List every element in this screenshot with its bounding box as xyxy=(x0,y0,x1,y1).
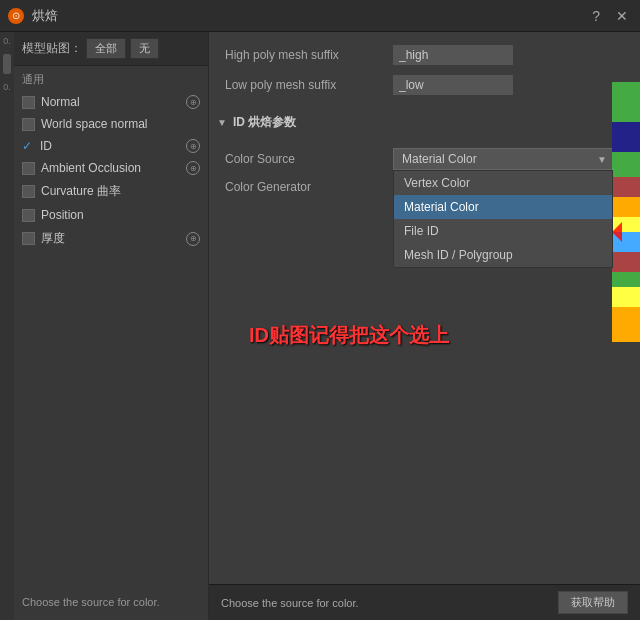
sidebar-item-id[interactable]: ✓ ID ⊕ xyxy=(14,135,208,157)
position-label: Position xyxy=(41,208,200,222)
color-source-row: Color Source Material Color ▼ Vertex Col… xyxy=(225,143,624,175)
sidebar-header: 模型贴图： 全部 无 xyxy=(14,32,208,66)
section-general-label: 通用 xyxy=(14,66,208,91)
window-controls: ? ✕ xyxy=(588,8,632,24)
help-window-button[interactable]: ? xyxy=(588,8,604,24)
high-poly-row: High poly mesh suffix xyxy=(225,40,624,70)
select-none-button[interactable]: 无 xyxy=(130,38,159,59)
scroll-number-1: 0. xyxy=(3,32,11,50)
position-checkbox[interactable] xyxy=(22,209,35,222)
thickness-checkbox[interactable] xyxy=(22,232,35,245)
bottom-bar: Choose the source for color. 获取帮助 xyxy=(209,584,640,620)
option-material-color[interactable]: Material Color xyxy=(394,195,612,219)
sidebar-header-label: 模型贴图： xyxy=(22,40,82,57)
option-file-id[interactable]: File ID xyxy=(394,219,612,243)
option-vertex-color[interactable]: Vertex Color xyxy=(394,171,612,195)
mesh-suffix-section: High poly mesh suffix Low poly mesh suff… xyxy=(209,32,640,108)
color-source-dropdown[interactable]: Material Color xyxy=(393,148,613,170)
sidebar: 模型贴图： 全部 无 通用 Normal ⊕ World space norma… xyxy=(14,32,209,620)
choose-source-text: Choose the source for color. xyxy=(22,592,200,612)
high-poly-label: High poly mesh suffix xyxy=(225,48,385,62)
sidebar-item-position[interactable]: Position xyxy=(14,204,208,226)
thickness-label: 厚度 xyxy=(41,230,180,247)
ao-globe-icon: ⊕ xyxy=(186,161,200,175)
normal-globe-icon: ⊕ xyxy=(186,95,200,109)
scroll-thumb[interactable] xyxy=(3,54,11,74)
color-source-dropdown-container: Material Color ▼ Vertex Color Material C… xyxy=(393,148,613,170)
svg-rect-8 xyxy=(612,272,640,287)
id-label: ID xyxy=(40,139,180,153)
color-generator-label: Color Generator xyxy=(225,180,385,194)
sidebar-item-ambient-occlusion[interactable]: Ambient Occlusion ⊕ xyxy=(14,157,208,179)
svg-rect-3 xyxy=(612,177,640,197)
svg-rect-7 xyxy=(612,252,640,272)
section-triangle-icon: ▼ xyxy=(217,117,227,128)
title-bar: ⊙ 烘焙 ? ✕ xyxy=(0,0,640,32)
world-space-label: World space normal xyxy=(41,117,200,131)
thickness-globe-icon: ⊕ xyxy=(186,232,200,246)
id-bake-params: Color Source Material Color ▼ Vertex Col… xyxy=(209,137,640,205)
sidebar-item-normal[interactable]: Normal ⊕ xyxy=(14,91,208,113)
id-bake-section-title: ID 烘焙参数 xyxy=(233,114,296,131)
content-area: High poly mesh suffix Low poly mesh suff… xyxy=(209,32,640,620)
get-help-button[interactable]: 获取帮助 xyxy=(558,591,628,614)
svg-rect-1 xyxy=(612,122,640,152)
left-scroll-strip: 0. 0. xyxy=(0,32,14,620)
svg-rect-4 xyxy=(612,197,640,217)
select-all-button[interactable]: 全部 xyxy=(86,38,126,59)
sidebar-item-thickness[interactable]: 厚度 ⊕ xyxy=(14,226,208,251)
ao-label: Ambient Occlusion xyxy=(41,161,180,175)
low-poly-row: Low poly mesh suffix xyxy=(225,70,624,100)
svg-rect-2 xyxy=(612,152,640,177)
id-preview-svg xyxy=(612,82,640,342)
ao-checkbox[interactable] xyxy=(22,162,35,175)
main-layout: 0. 0. 模型贴图： 全部 无 通用 Normal ⊕ World space… xyxy=(0,32,640,620)
world-space-checkbox[interactable] xyxy=(22,118,35,131)
curvature-label: Curvature 曲率 xyxy=(41,183,200,200)
scroll-number-2: 0. xyxy=(3,78,11,96)
id-bake-section-header[interactable]: ▼ ID 烘焙参数 xyxy=(209,108,640,137)
svg-rect-10 xyxy=(612,307,640,342)
sidebar-item-world-space-normal[interactable]: World space normal xyxy=(14,113,208,135)
sidebar-bottom: Choose the source for color. xyxy=(14,584,208,620)
window-title: 烘焙 xyxy=(32,7,588,25)
annotation-text: ID贴图记得把这个选上 xyxy=(249,322,449,349)
id-globe-icon: ⊕ xyxy=(186,139,200,153)
low-poly-label: Low poly mesh suffix xyxy=(225,78,385,92)
high-poly-input[interactable] xyxy=(393,45,513,65)
option-mesh-id[interactable]: Mesh ID / Polygroup xyxy=(394,243,612,267)
normal-label: Normal xyxy=(41,95,180,109)
normal-checkbox[interactable] xyxy=(22,96,35,109)
svg-rect-9 xyxy=(612,287,640,307)
curvature-checkbox[interactable] xyxy=(22,185,35,198)
sidebar-item-curvature[interactable]: Curvature 曲率 xyxy=(14,179,208,204)
low-poly-input[interactable] xyxy=(393,75,513,95)
color-source-label: Color Source xyxy=(225,152,385,166)
id-checkmark-icon: ✓ xyxy=(22,139,32,153)
svg-rect-0 xyxy=(612,82,640,122)
close-window-button[interactable]: ✕ xyxy=(612,8,632,24)
color-source-menu: Vertex Color Material Color File ID Mesh… xyxy=(393,170,613,268)
bottom-status-text: Choose the source for color. xyxy=(221,597,359,609)
id-preview-thumbnail xyxy=(612,82,640,342)
app-icon: ⊙ xyxy=(8,8,24,24)
